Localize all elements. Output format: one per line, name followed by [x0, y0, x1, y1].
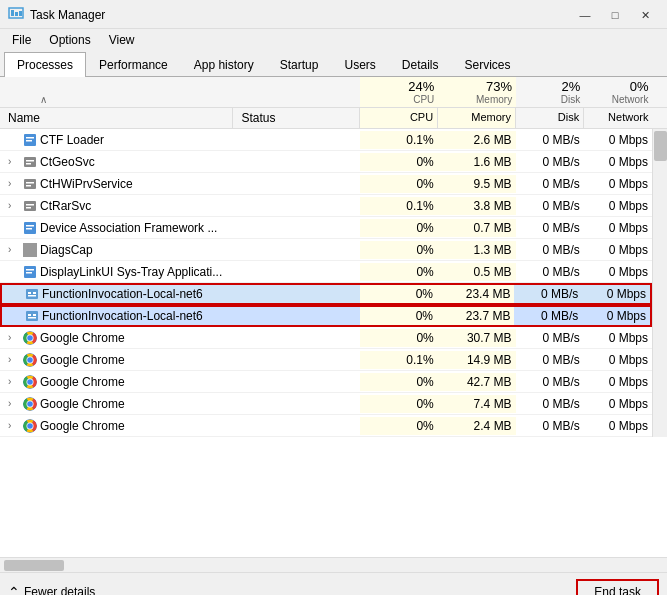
network-column-header[interactable]: Network — [584, 108, 652, 128]
title-bar: Task Manager — □ ✕ — [0, 0, 667, 29]
process-memory: 2.4 MB — [438, 417, 516, 435]
menu-options[interactable]: Options — [41, 31, 98, 49]
expand-icon[interactable]: › — [8, 354, 20, 365]
process-cpu: 0% — [360, 219, 438, 237]
process-network: 0 Mbps — [584, 219, 652, 237]
table-row[interactable]: › Google Chrome0%42.7 MB0 MB/s0 Mbps — [0, 371, 652, 393]
expand-icon[interactable]: › — [8, 376, 20, 387]
tab-processes[interactable]: Processes — [4, 52, 86, 77]
expand-icon[interactable]: › — [8, 332, 20, 343]
table-row[interactable]: ›CtHWiPrvService0%9.5 MB0 MB/s0 Mbps — [0, 173, 652, 195]
svg-rect-5 — [26, 137, 34, 139]
tab-startup[interactable]: Startup — [267, 52, 332, 77]
process-status — [234, 292, 360, 296]
table-row[interactable]: › Google Chrome0%2.4 MB0 MB/s0 Mbps — [0, 415, 652, 437]
vertical-scrollbar[interactable] — [652, 129, 667, 437]
table-row[interactable]: FunctionInvocation-Local-net60%23.7 MB0 … — [0, 305, 652, 327]
svg-rect-21 — [26, 272, 32, 274]
fewer-details-button[interactable]: ⌃ Fewer details — [8, 584, 95, 595]
memory-column-header[interactable]: Memory — [438, 108, 516, 128]
process-name: DiagsCap — [40, 243, 93, 257]
expand-icon[interactable]: › — [8, 244, 20, 255]
process-cpu: 0% — [360, 263, 438, 281]
svg-rect-9 — [26, 163, 31, 165]
process-status — [233, 138, 359, 142]
tab-details[interactable]: Details — [389, 52, 452, 77]
minimize-button[interactable]: — — [571, 6, 599, 24]
close-button[interactable]: ✕ — [631, 6, 659, 24]
horizontal-scrollbar[interactable] — [0, 557, 667, 572]
title-text: Task Manager — [30, 8, 105, 22]
svg-rect-17 — [26, 225, 34, 227]
process-cpu: 0% — [360, 329, 438, 347]
func-icon — [25, 309, 39, 323]
name-column-header[interactable]: Name — [0, 108, 233, 128]
title-controls: — □ ✕ — [571, 6, 659, 24]
process-network: 0 Mbps — [584, 417, 652, 435]
maximize-button[interactable]: □ — [601, 6, 629, 24]
table-row[interactable]: ›CtRarSvc0.1%3.8 MB0 MB/s0 Mbps — [0, 195, 652, 217]
table-row[interactable]: FunctionInvocation-Local-net60%23.4 MB0 … — [0, 283, 652, 305]
table-row[interactable]: › Google Chrome0%30.7 MB0 MB/s0 Mbps — [0, 327, 652, 349]
svg-point-35 — [27, 357, 33, 363]
table-row[interactable]: ›CtGeoSvc0%1.6 MB0 MB/s0 Mbps — [0, 151, 652, 173]
process-memory: 9.5 MB — [438, 175, 516, 193]
table-row[interactable]: CTF Loader0.1%2.6 MB0 MB/s0 Mbps — [0, 129, 652, 151]
chrome-icon — [23, 375, 37, 389]
chrome-icon — [23, 353, 37, 367]
process-cpu: 0% — [360, 395, 438, 413]
tab-performance[interactable]: Performance — [86, 52, 181, 77]
menu-file[interactable]: File — [4, 31, 39, 49]
svg-point-38 — [27, 379, 33, 385]
process-memory: 23.4 MB — [437, 285, 514, 303]
process-name: Google Chrome — [40, 375, 125, 389]
table-row[interactable]: DisplayLinkUI Sys-Tray Applicati...0%0.5… — [0, 261, 652, 283]
network-percent: 0% — [588, 79, 648, 94]
process-name: CtHWiPrvService — [40, 177, 133, 191]
end-task-button[interactable]: End task — [576, 579, 659, 595]
expand-icon[interactable]: › — [8, 178, 20, 189]
task-manager-icon — [8, 7, 24, 23]
process-disk: 0 MB/s — [516, 241, 584, 259]
menu-view[interactable]: View — [101, 31, 143, 49]
tab-app-history[interactable]: App history — [181, 52, 267, 77]
disk-label: Disk — [520, 94, 580, 105]
table-row[interactable]: Device Association Framework ...0%0.7 MB… — [0, 217, 652, 239]
table-row[interactable]: › Google Chrome0%7.4 MB0 MB/s0 Mbps — [0, 393, 652, 415]
fewer-details-icon: ⌃ — [8, 584, 20, 595]
process-memory: 42.7 MB — [438, 373, 516, 391]
process-disk: 0 MB/s — [516, 329, 584, 347]
svg-rect-8 — [26, 160, 34, 162]
process-name: Google Chrome — [40, 419, 125, 433]
expand-icon[interactable]: › — [8, 398, 20, 409]
table-row[interactable]: › Google Chrome0.1%14.9 MB0 MB/s0 Mbps — [0, 349, 652, 371]
svg-rect-13 — [24, 201, 36, 211]
process-cpu: 0% — [360, 241, 438, 259]
process-disk: 0 MB/s — [516, 219, 584, 237]
svg-point-44 — [27, 423, 33, 429]
expand-icon[interactable]: › — [8, 200, 20, 211]
tab-users[interactable]: Users — [331, 52, 388, 77]
expand-icon[interactable]: › — [8, 156, 20, 167]
svg-point-32 — [27, 335, 33, 341]
svg-rect-29 — [28, 317, 36, 319]
disk-column-header[interactable]: Disk — [516, 108, 584, 128]
process-disk: 0 MB/s — [516, 131, 584, 149]
process-network: 0 Mbps — [584, 153, 652, 171]
process-status — [233, 182, 359, 186]
process-cpu: 0% — [360, 307, 437, 325]
process-network: 0 Mbps — [584, 131, 652, 149]
expand-icon[interactable]: › — [8, 420, 20, 431]
process-status — [233, 270, 359, 274]
network-label: Network — [588, 94, 648, 105]
process-memory: 0.7 MB — [438, 219, 516, 237]
func-icon — [25, 287, 39, 301]
cpu-column-header[interactable]: CPU — [360, 108, 438, 128]
tabs: Processes Performance App history Startu… — [0, 51, 667, 77]
table-row[interactable]: ›DiagsCap0%1.3 MB0 MB/s0 Mbps — [0, 239, 652, 261]
svg-rect-14 — [26, 204, 34, 206]
tab-services[interactable]: Services — [452, 52, 524, 77]
process-disk: 0 MB/s — [514, 307, 582, 325]
process-status — [233, 160, 359, 164]
process-name: CTF Loader — [40, 133, 104, 147]
